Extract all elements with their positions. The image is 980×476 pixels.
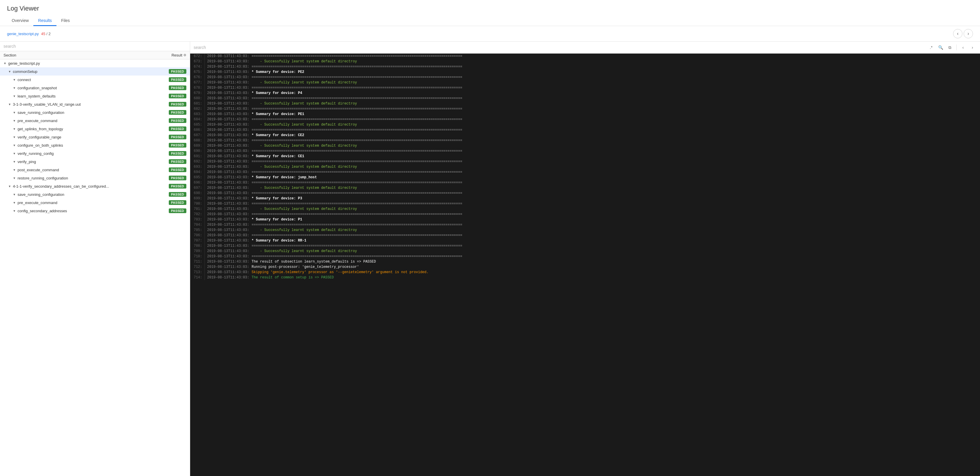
log-line-text: ========================================… (251, 85, 980, 91)
regex-button[interactable]: .* (927, 43, 935, 51)
log-line-text: - Successfully learnt system default dir… (251, 164, 980, 169)
tree-item[interactable]: ▼commonSetupPASSED (0, 67, 190, 75)
log-line-text: - Successfully learnt system default dir… (251, 206, 980, 212)
prev-match-button[interactable]: ‹ (953, 29, 963, 38)
log-line-text: ========================================… (251, 190, 980, 196)
log-line-number: 676: (190, 75, 205, 80)
log-line: 677:2019-08-13T11:43:03: - Successfully … (190, 80, 980, 85)
tree-item[interactable]: ▼get_uplinks_from_topologyPASSED (0, 125, 190, 133)
log-line-timestamp: 2019-08-13T11:43:03: (207, 112, 249, 117)
result-badge: PASSED (169, 192, 186, 197)
log-line: 676:2019-08-13T11:43:03:================… (190, 75, 980, 80)
tree-item[interactable]: ▼verify_pingPASSED (0, 158, 190, 166)
log-line-text: ========================================… (251, 254, 980, 259)
log-line-timestamp: 2019-08-13T11:43:03: (207, 238, 249, 243)
log-line: 690:2019-08-13T11:43:03:================… (190, 149, 980, 154)
log-line-text: ========================================… (251, 54, 980, 59)
log-line-text: - Successfully learnt system default dir… (251, 101, 980, 106)
log-line-timestamp: 2019-08-13T11:43:03: (207, 91, 249, 96)
tree-item[interactable]: ▼verify_running_configPASSED (0, 149, 190, 158)
tree-item[interactable]: ▼post_execute_commandPASSED (0, 166, 190, 174)
log-line-timestamp: 2019-08-13T11:43:03: (207, 164, 249, 169)
log-line-number: 697: (190, 185, 205, 190)
log-line-text: * Summary for device: P1 (251, 217, 980, 222)
log-line-timestamp: 2019-08-13T11:43:03: (207, 254, 249, 259)
tree-item[interactable]: ▼restore_running_configurationPASSED (0, 174, 190, 182)
log-line-number: 708: (190, 243, 205, 249)
tab-results[interactable]: Results (33, 16, 56, 26)
tree-item-label: configure_on_both_uplinks (18, 143, 169, 147)
copy-button[interactable]: ⧉ (946, 43, 954, 51)
tree-item-label: save_running_configuration (18, 192, 169, 197)
log-line: 702:2019-08-13T11:43:03:================… (190, 212, 980, 217)
log-line: 695:2019-08-13T11:43:03:* Summary for de… (190, 175, 980, 180)
log-line-timestamp: 2019-08-13T11:43:03: (207, 275, 249, 280)
log-next-button[interactable]: › (968, 43, 977, 51)
log-line-text: ========================================… (251, 64, 980, 69)
tab-overview[interactable]: Overview (7, 16, 33, 26)
log-line-text: - Successfully learnt system default dir… (251, 249, 980, 254)
log-line-text: - Successfully learnt system default dir… (251, 185, 980, 190)
log-line: 693:2019-08-13T11:43:03: - Successfully … (190, 164, 980, 169)
log-line: 689:2019-08-13T11:43:03: - Successfully … (190, 143, 980, 149)
tree-item-label: configuration_snapshot (18, 86, 169, 90)
tree-item[interactable]: ▼configuration_snapshotPASSED (0, 84, 190, 92)
log-line-number: 673: (190, 59, 205, 64)
next-match-button[interactable]: › (964, 29, 973, 38)
log-line-number: 704: (190, 222, 205, 227)
tree-item[interactable]: ▼pre_execute_commandPASSED (0, 198, 190, 207)
log-line-number: 675: (190, 69, 205, 75)
tree-item[interactable]: ▼verify_configurable_rangePASSED (0, 133, 190, 141)
tab-files[interactable]: Files (56, 16, 75, 26)
right-search-input[interactable] (194, 45, 926, 50)
tree-item[interactable]: ▼genie_testscript.py (0, 59, 190, 67)
log-line-timestamp: 2019-08-13T11:43:03: (207, 169, 249, 175)
result-badge: PASSED (169, 168, 186, 172)
log-line: 696:2019-08-13T11:43:03:================… (190, 180, 980, 185)
tree-item-label: 4-1-1-verify_secondary_addresses_can_be_… (13, 184, 169, 188)
log-line-number: 685: (190, 122, 205, 127)
log-line-number: 710: (190, 254, 205, 259)
tree-item[interactable]: ▼save_running_configurationPASSED (0, 190, 190, 198)
log-line: 688:2019-08-13T11:43:03:================… (190, 138, 980, 143)
log-line: 687:2019-08-13T11:43:03:* Summary for de… (190, 133, 980, 138)
log-line-timestamp: 2019-08-13T11:43:03: (207, 133, 249, 138)
tree-list: ▼genie_testscript.py▼commonSetupPASSED▼c… (0, 59, 190, 476)
log-line-timestamp: 2019-08-13T11:43:03: (207, 196, 249, 201)
log-line-text: - Successfully learnt system default dir… (251, 59, 980, 64)
log-line: 681:2019-08-13T11:43:03: - Successfully … (190, 101, 980, 106)
tree-item[interactable]: ▼4-1-1-verify_secondary_addresses_can_be… (0, 182, 190, 190)
tree-item[interactable]: ▼save_running_configurationPASSED (0, 108, 190, 117)
tree-item[interactable]: ▼learn_system_defaultsPASSED (0, 92, 190, 100)
log-line: 704:2019-08-13T11:43:03:================… (190, 222, 980, 227)
tree-item[interactable]: ▼connectPASSED (0, 75, 190, 84)
result-badge: PASSED (169, 85, 186, 90)
log-line-text: Running post-processor: 'genie_telemetry… (251, 264, 980, 270)
log-line-timestamp: 2019-08-13T11:43:03: (207, 138, 249, 143)
filter-icon[interactable]: ⚙ (183, 53, 186, 57)
tree-item[interactable]: ▼pre_execute_commandPASSED (0, 117, 190, 125)
tree-item-label: connect (18, 78, 169, 82)
tree-item-label: restore_running_configuration (18, 176, 169, 180)
log-line-timestamp: 2019-08-13T11:43:03: (207, 159, 249, 164)
tree-item[interactable]: ▼configure_on_both_uplinksPASSED (0, 141, 190, 149)
log-line: 680:2019-08-13T11:43:03:================… (190, 96, 980, 101)
tree-item[interactable]: ▼config_secondary_addressesPASSED (0, 207, 190, 215)
log-line-number: 701: (190, 206, 205, 212)
log-line-number: 699: (190, 196, 205, 201)
log-line-text: ========================================… (251, 75, 980, 80)
tree-item-label: learn_system_defaults (18, 94, 169, 98)
search-button[interactable]: 🔍 (936, 43, 945, 51)
result-badge: PASSED (169, 118, 186, 123)
left-search-input[interactable] (3, 44, 186, 49)
log-line-timestamp: 2019-08-13T11:43:03: (207, 227, 249, 233)
file-name[interactable]: genie_testscript.py (7, 32, 39, 36)
log-line-timestamp: 2019-08-13T11:43:03: (207, 206, 249, 212)
log-line-number: 682: (190, 106, 205, 112)
log-line: 712:2019-08-13T11:43:03:Running post-pro… (190, 264, 980, 270)
log-line-text: ========================================… (251, 222, 980, 227)
log-line-number: 694: (190, 169, 205, 175)
log-prev-button[interactable]: ‹ (959, 43, 967, 51)
match-current: 45 (41, 32, 45, 36)
tree-item[interactable]: ▼3-1-3-verify_usable_VLAN_id_range.uutPA… (0, 100, 190, 108)
